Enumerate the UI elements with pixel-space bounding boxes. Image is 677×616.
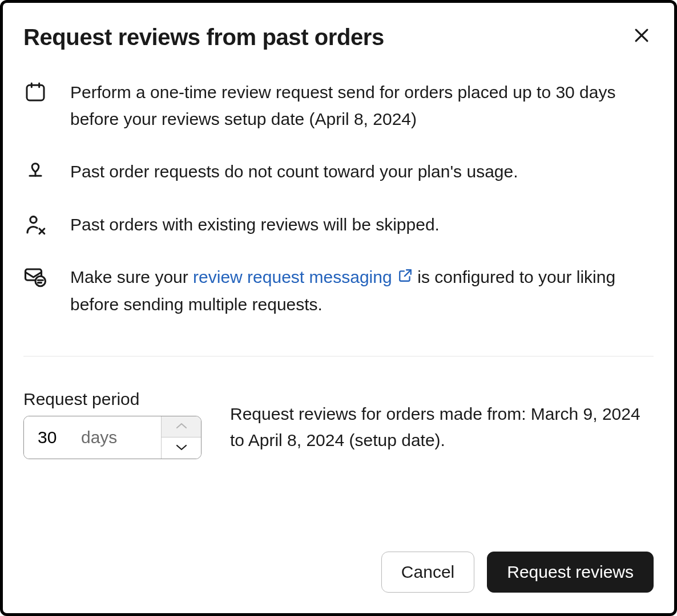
request-period-label: Request period xyxy=(23,390,202,409)
divider xyxy=(23,356,654,356)
info-text: Past order requests do not count toward … xyxy=(70,159,518,185)
review-messaging-link[interactable]: review request messaging xyxy=(193,268,413,286)
info-text: Perform a one-time review request send f… xyxy=(70,79,654,132)
info-text-pre: Make sure your xyxy=(70,268,193,286)
close-button[interactable] xyxy=(630,23,654,49)
svg-point-7 xyxy=(30,216,37,222)
modal-header: Request reviews from past orders xyxy=(23,23,654,51)
modal-footer: Cancel Request reviews xyxy=(23,552,654,593)
cancel-button[interactable]: Cancel xyxy=(381,552,474,593)
modal-title: Request reviews from past orders xyxy=(23,23,384,51)
date-range-summary: Request reviews for orders made from: Ma… xyxy=(230,390,654,454)
number-stepper: days xyxy=(23,416,202,459)
info-item-plan-usage: Past order requests do not count toward … xyxy=(23,159,654,185)
chevron-down-icon xyxy=(175,443,188,453)
location-marker-icon xyxy=(23,159,47,183)
stepper-decrement-button[interactable] xyxy=(161,437,201,459)
info-item-skip-existing: Past orders with existing reviews will b… xyxy=(23,212,654,238)
request-reviews-modal: Request reviews from past orders Perform… xyxy=(0,0,677,616)
person-x-icon xyxy=(23,212,47,237)
request-period-row: Request period days Request reviews for … xyxy=(23,390,654,459)
info-text: Past orders with existing reviews will b… xyxy=(70,212,440,238)
link-text: review request messaging xyxy=(193,268,392,286)
request-period-field: Request period days xyxy=(23,390,202,459)
request-reviews-button[interactable]: Request reviews xyxy=(487,552,654,593)
info-text: Make sure your review request messaging … xyxy=(70,264,654,318)
svg-line-14 xyxy=(405,270,411,276)
stepper-increment-button[interactable] xyxy=(161,416,201,438)
external-link-icon xyxy=(398,264,413,291)
request-period-unit: days xyxy=(81,416,161,459)
close-icon xyxy=(632,26,651,47)
stepper-buttons xyxy=(161,416,201,459)
request-period-input[interactable] xyxy=(24,416,81,459)
chevron-up-icon xyxy=(175,422,188,432)
envelope-chat-icon xyxy=(23,264,47,289)
svg-rect-2 xyxy=(27,85,44,100)
calendar-icon xyxy=(23,79,47,103)
info-item-messaging: Make sure your review request messaging … xyxy=(23,264,654,318)
info-item-date-range: Perform a one-time review request send f… xyxy=(23,79,654,132)
svg-point-11 xyxy=(35,276,46,286)
